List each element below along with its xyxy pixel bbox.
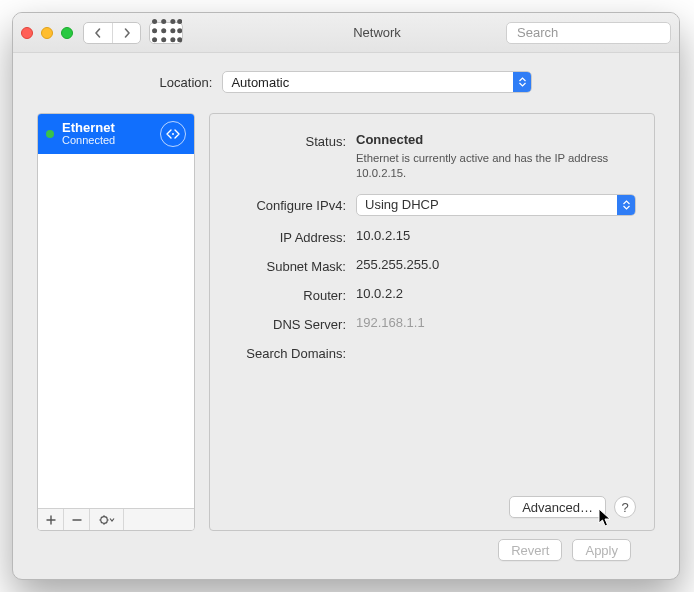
subnet-mask-value: 255.255.255.0 [356,257,636,272]
sidebar-footer-spacer [124,509,194,530]
svg-line-23 [100,516,101,517]
configure-ipv4-value: Using DHCP [365,197,439,212]
sidebar-item-status: Connected [62,135,152,147]
apply-button[interactable]: Apply [572,539,631,561]
svg-point-14 [177,37,182,42]
search-input[interactable] [517,25,680,40]
help-button[interactable]: ? [614,496,636,518]
ethernet-icon [160,121,186,147]
svg-point-9 [170,37,175,42]
forward-button[interactable] [112,23,140,43]
sidebar-item-name: Ethernet [62,121,152,135]
zoom-window-button[interactable] [61,27,73,39]
select-stepper-icon [513,72,531,92]
grid-icon [150,17,182,49]
subnet-mask-label: Subnet Mask: [228,257,346,274]
location-select-value: Automatic [231,75,289,90]
minimize-window-button[interactable] [41,27,53,39]
router-label: Router: [228,286,346,303]
sidebar-footer [38,508,194,530]
svg-point-13 [177,28,182,33]
search-field[interactable] [506,22,671,44]
location-label: Location: [160,75,213,90]
revert-button[interactable]: Revert [498,539,562,561]
svg-point-5 [161,28,166,33]
minus-icon [72,515,82,525]
window-footer: Revert Apply [37,539,655,567]
configure-ipv4-select[interactable]: Using DHCP [356,194,636,216]
status-value: Connected [356,132,423,147]
chevron-right-icon [122,28,132,38]
svg-point-4 [152,28,157,33]
svg-line-26 [106,516,107,517]
nav-history-segment [83,22,141,44]
dns-server-label: DNS Server: [228,315,346,332]
interface-actions-menu[interactable] [90,509,124,530]
svg-line-25 [100,522,101,523]
svg-point-1 [161,19,166,24]
advanced-button[interactable]: Advanced… [509,496,606,518]
svg-point-12 [177,19,182,24]
select-stepper-icon [617,195,635,215]
svg-point-2 [170,19,175,24]
content-area: Location: Automatic Ethernet Connected [13,53,679,579]
back-button[interactable] [84,23,112,43]
window-title: Network [353,25,401,40]
gear-dropdown-icon [98,515,116,525]
interface-details-panel: Status: Connected Ethernet is currently … [209,113,655,531]
status-dot-icon [46,130,54,138]
location-select[interactable]: Automatic [222,71,532,93]
svg-point-0 [152,19,157,24]
svg-point-17 [172,133,174,135]
status-description: Ethernet is currently active and has the… [356,151,636,182]
dns-server-value: 192.168.1.1 [356,315,636,330]
titlebar: Network [13,13,679,53]
show-all-prefs-button[interactable] [149,22,183,44]
svg-line-24 [106,522,107,523]
plus-icon [46,515,56,525]
interface-sidebar: Ethernet Connected [37,113,195,531]
search-domains-label: Search Domains: [228,344,346,361]
svg-point-6 [170,28,175,33]
add-interface-button[interactable] [38,509,64,530]
sidebar-item-ethernet[interactable]: Ethernet Connected [38,114,194,154]
interface-list: Ethernet Connected [38,114,194,508]
ip-address-value: 10.0.2.15 [356,228,636,243]
close-window-button[interactable] [21,27,33,39]
window-controls [21,27,73,39]
svg-point-8 [161,37,166,42]
configure-ipv4-label: Configure IPv4: [228,196,346,213]
remove-interface-button[interactable] [64,509,90,530]
ip-address-label: IP Address: [228,228,346,245]
chevron-left-icon [93,28,103,38]
location-row: Location: Automatic [37,71,655,93]
status-label: Status: [228,132,346,149]
preferences-window: Network Location: Automatic [12,12,680,580]
svg-point-7 [152,37,157,42]
router-value: 10.0.2.2 [356,286,636,301]
